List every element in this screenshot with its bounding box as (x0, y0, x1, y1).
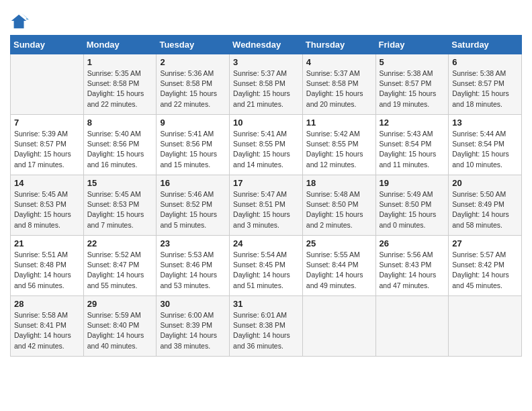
day-cell: 15Sunrise: 5:45 AM Sunset: 8:53 PM Dayli… (83, 175, 157, 236)
day-cell: 29Sunrise: 5:59 AM Sunset: 8:40 PM Dayli… (83, 296, 157, 357)
day-cell: 5Sunrise: 5:38 AM Sunset: 8:57 PM Daylig… (375, 54, 449, 115)
day-info: Sunrise: 6:01 AM Sunset: 8:38 PM Dayligh… (233, 310, 299, 351)
day-info: Sunrise: 5:53 AM Sunset: 8:46 PM Dayligh… (160, 250, 226, 291)
day-number: 11 (306, 118, 372, 128)
day-cell: 1Sunrise: 5:35 AM Sunset: 8:58 PM Daylig… (83, 54, 157, 115)
calendar-table: SundayMondayTuesdayWednesdayThursdayFrid… (10, 35, 522, 357)
day-number: 19 (380, 178, 445, 188)
day-cell (449, 296, 522, 357)
day-info: Sunrise: 5:50 AM Sunset: 8:49 PM Dayligh… (452, 189, 518, 230)
day-cell: 30Sunrise: 6:00 AM Sunset: 8:39 PM Dayli… (157, 296, 230, 357)
day-cell (375, 296, 449, 357)
day-cell: 3Sunrise: 5:37 AM Sunset: 8:58 PM Daylig… (230, 54, 303, 115)
day-info: Sunrise: 5:37 AM Sunset: 8:58 PM Dayligh… (233, 68, 299, 109)
day-cell (302, 296, 375, 357)
day-cell: 31Sunrise: 6:01 AM Sunset: 8:38 PM Dayli… (230, 296, 303, 357)
day-number: 18 (306, 178, 372, 188)
day-info: Sunrise: 5:49 AM Sunset: 8:50 PM Dayligh… (380, 189, 445, 230)
day-cell: 8Sunrise: 5:40 AM Sunset: 8:56 PM Daylig… (83, 115, 157, 175)
day-cell: 16Sunrise: 5:46 AM Sunset: 8:52 PM Dayli… (157, 175, 230, 236)
day-number: 29 (87, 299, 153, 309)
column-header-sunday: Sunday (11, 36, 84, 54)
day-number: 27 (452, 238, 518, 248)
day-number: 8 (87, 118, 153, 128)
day-number: 24 (233, 238, 299, 248)
day-number: 12 (380, 118, 445, 128)
week-row-4: 21Sunrise: 5:51 AM Sunset: 8:48 PM Dayli… (11, 236, 522, 296)
day-cell: 11Sunrise: 5:42 AM Sunset: 8:55 PM Dayli… (302, 115, 375, 175)
day-info: Sunrise: 5:38 AM Sunset: 8:57 PM Dayligh… (380, 68, 445, 109)
day-number: 23 (160, 238, 226, 248)
day-number: 25 (306, 238, 372, 248)
day-number: 31 (233, 299, 299, 309)
day-cell: 14Sunrise: 5:45 AM Sunset: 8:53 PM Dayli… (11, 175, 84, 236)
week-row-2: 7Sunrise: 5:39 AM Sunset: 8:57 PM Daylig… (11, 115, 522, 175)
day-info: Sunrise: 5:59 AM Sunset: 8:40 PM Dayligh… (87, 310, 153, 351)
day-info: Sunrise: 5:55 AM Sunset: 8:44 PM Dayligh… (306, 250, 372, 291)
day-info: Sunrise: 5:52 AM Sunset: 8:47 PM Dayligh… (87, 250, 153, 291)
day-cell: 28Sunrise: 5:58 AM Sunset: 8:41 PM Dayli… (11, 296, 84, 357)
day-cell: 21Sunrise: 5:51 AM Sunset: 8:48 PM Dayli… (11, 236, 84, 296)
day-info: Sunrise: 5:44 AM Sunset: 8:54 PM Dayligh… (452, 129, 518, 170)
day-info: Sunrise: 5:40 AM Sunset: 8:56 PM Dayligh… (87, 129, 153, 170)
day-info: Sunrise: 5:48 AM Sunset: 8:50 PM Dayligh… (306, 189, 372, 230)
day-number: 9 (160, 118, 226, 128)
day-info: Sunrise: 5:38 AM Sunset: 8:57 PM Dayligh… (452, 68, 518, 109)
header-row: SundayMondayTuesdayWednesdayThursdayFrid… (11, 36, 522, 54)
day-number: 20 (452, 178, 518, 188)
day-info: Sunrise: 6:00 AM Sunset: 8:39 PM Dayligh… (160, 310, 226, 351)
day-cell: 26Sunrise: 5:56 AM Sunset: 8:43 PM Dayli… (375, 236, 449, 296)
day-number: 22 (87, 238, 153, 248)
column-header-monday: Monday (83, 36, 157, 54)
day-number: 5 (380, 57, 445, 67)
day-cell: 4Sunrise: 5:37 AM Sunset: 8:58 PM Daylig… (302, 54, 375, 115)
week-row-1: 1Sunrise: 5:35 AM Sunset: 8:58 PM Daylig… (11, 54, 522, 115)
day-info: Sunrise: 5:57 AM Sunset: 8:42 PM Dayligh… (452, 250, 518, 291)
day-number: 28 (14, 299, 80, 309)
day-info: Sunrise: 5:42 AM Sunset: 8:55 PM Dayligh… (306, 129, 372, 170)
week-row-5: 28Sunrise: 5:58 AM Sunset: 8:41 PM Dayli… (11, 296, 522, 357)
day-cell: 25Sunrise: 5:55 AM Sunset: 8:44 PM Dayli… (302, 236, 375, 296)
page-header (10, 7, 522, 31)
day-cell: 12Sunrise: 5:43 AM Sunset: 8:54 PM Dayli… (375, 115, 449, 175)
day-number: 1 (87, 57, 153, 67)
logo-icon (10, 12, 29, 31)
day-number: 21 (14, 238, 80, 248)
day-info: Sunrise: 5:47 AM Sunset: 8:51 PM Dayligh… (233, 189, 299, 230)
day-number: 30 (160, 299, 226, 309)
column-header-wednesday: Wednesday (230, 36, 303, 54)
day-info: Sunrise: 5:51 AM Sunset: 8:48 PM Dayligh… (14, 250, 80, 291)
day-cell: 27Sunrise: 5:57 AM Sunset: 8:42 PM Dayli… (449, 236, 522, 296)
day-cell: 10Sunrise: 5:41 AM Sunset: 8:55 PM Dayli… (230, 115, 303, 175)
day-number: 2 (160, 57, 226, 67)
day-info: Sunrise: 5:45 AM Sunset: 8:53 PM Dayligh… (87, 189, 153, 230)
day-cell: 2Sunrise: 5:36 AM Sunset: 8:58 PM Daylig… (157, 54, 230, 115)
day-number: 15 (87, 178, 153, 188)
day-cell: 20Sunrise: 5:50 AM Sunset: 8:49 PM Dayli… (449, 175, 522, 236)
day-cell (11, 54, 84, 115)
day-cell: 7Sunrise: 5:39 AM Sunset: 8:57 PM Daylig… (11, 115, 84, 175)
day-number: 16 (160, 178, 226, 188)
day-info: Sunrise: 5:37 AM Sunset: 8:58 PM Dayligh… (306, 68, 372, 109)
week-row-3: 14Sunrise: 5:45 AM Sunset: 8:53 PM Dayli… (11, 175, 522, 236)
day-info: Sunrise: 5:54 AM Sunset: 8:45 PM Dayligh… (233, 250, 299, 291)
day-number: 4 (306, 57, 372, 67)
day-cell: 23Sunrise: 5:53 AM Sunset: 8:46 PM Dayli… (157, 236, 230, 296)
day-number: 14 (14, 178, 80, 188)
day-number: 13 (452, 118, 518, 128)
day-cell: 18Sunrise: 5:48 AM Sunset: 8:50 PM Dayli… (302, 175, 375, 236)
day-cell: 24Sunrise: 5:54 AM Sunset: 8:45 PM Dayli… (230, 236, 303, 296)
day-info: Sunrise: 5:35 AM Sunset: 8:58 PM Dayligh… (87, 68, 153, 109)
day-info: Sunrise: 5:36 AM Sunset: 8:58 PM Dayligh… (160, 68, 226, 109)
logo (10, 12, 30, 31)
svg-marker-0 (11, 15, 26, 29)
day-number: 7 (14, 118, 80, 128)
day-info: Sunrise: 5:46 AM Sunset: 8:52 PM Dayligh… (160, 189, 226, 230)
day-cell: 17Sunrise: 5:47 AM Sunset: 8:51 PM Dayli… (230, 175, 303, 236)
day-info: Sunrise: 5:43 AM Sunset: 8:54 PM Dayligh… (380, 129, 445, 170)
day-number: 17 (233, 178, 299, 188)
day-cell: 22Sunrise: 5:52 AM Sunset: 8:47 PM Dayli… (83, 236, 157, 296)
column-header-saturday: Saturday (449, 36, 522, 54)
day-cell: 19Sunrise: 5:49 AM Sunset: 8:50 PM Dayli… (375, 175, 449, 236)
day-cell: 13Sunrise: 5:44 AM Sunset: 8:54 PM Dayli… (449, 115, 522, 175)
